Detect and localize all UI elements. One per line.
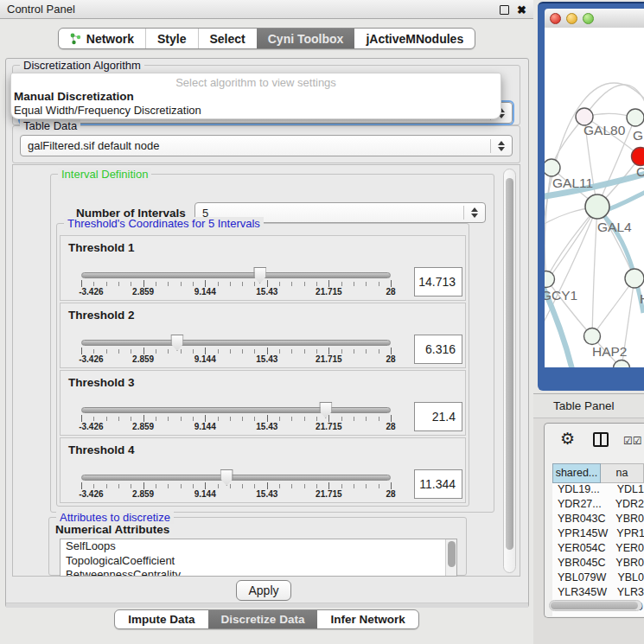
table-row[interactable]: YDR27...YDR2 (552, 498, 644, 513)
column-header-name[interactable]: na (601, 463, 644, 483)
popup-option-equal-width[interactable]: Equal Width/Frequency Discretization (11, 103, 501, 117)
table-row[interactable]: YDL19...YDL1 (552, 483, 644, 498)
node-top-right[interactable] (627, 109, 644, 126)
tab-jactivemnodules[interactable]: jActiveMNodules (354, 29, 475, 48)
node-label: G (633, 128, 643, 143)
cell-shared-name[interactable]: YBL079W (552, 571, 609, 586)
close-traffic-light-icon[interactable] (550, 13, 561, 24)
table-panel: ⚙ ☑☑ shared... na YDL19...YDL1YDR27...YD… (544, 423, 644, 618)
table-data-title: Table Data (20, 119, 80, 132)
hscrollbar-thumb[interactable] (551, 602, 638, 609)
tab-style[interactable]: Style (145, 29, 197, 48)
cell-name[interactable]: YER0 (607, 542, 644, 557)
columns-icon[interactable] (593, 432, 609, 447)
threshold-value-field[interactable]: 6.316 (414, 335, 462, 364)
scale-label: 15.43 (256, 489, 277, 499)
node-gal4[interactable] (585, 194, 609, 219)
table-header-row: shared... na (552, 463, 644, 483)
tab-network[interactable]: Network (59, 29, 145, 48)
table-row[interactable]: YLR345WYLR3 (552, 586, 644, 601)
slider-track[interactable] (81, 475, 391, 481)
gear-icon[interactable]: ⚙ (560, 429, 575, 449)
cell-shared-name[interactable]: YBR045C (552, 557, 607, 571)
scale-label: 9.144 (194, 489, 216, 499)
table-row[interactable]: YER054CYER0 (552, 542, 644, 557)
attribute-list-item[interactable]: SelfLoops (61, 539, 456, 554)
table-row[interactable]: YBL079WYBL0 (552, 571, 644, 586)
tab-discretize-data[interactable]: Discretize Data (208, 610, 318, 628)
cell-shared-name[interactable]: YLR345W (552, 586, 609, 601)
scale-label: 2.859 (132, 489, 154, 499)
tab-impute-data[interactable]: Impute Data (115, 610, 207, 628)
threshold-value-field[interactable]: 11.344 (414, 469, 462, 499)
thresholds-title: Threshold's Coordinates for 5 Intervals (64, 217, 264, 230)
network-graph: GAL80 G C GAL11 GAL4 GCY1 H HAP2 (545, 28, 644, 367)
settings-scroll-panel: Interval Definition Number of Intervals … (12, 164, 520, 577)
column-header-shared[interactable]: shared... (552, 463, 601, 483)
cell-name[interactable]: YPR1 (608, 527, 644, 542)
slider-track[interactable] (81, 407, 391, 413)
cell-name[interactable]: YBR0 (607, 513, 644, 527)
cell-name[interactable]: YLR3 (609, 586, 644, 601)
numerical-attributes-header: Numerical Attributes (55, 523, 169, 536)
attributes-title: Attributes to discretize (56, 511, 174, 524)
network-icon (70, 33, 81, 45)
threshold-label: Threshold 1 (68, 241, 135, 254)
cell-name[interactable]: YDL1 (609, 483, 644, 498)
checkboxes-icon[interactable]: ☑☑ (623, 435, 642, 447)
node-hap2[interactable] (584, 328, 601, 345)
node-h[interactable] (625, 269, 644, 288)
table-body[interactable]: YDL19...YDL1YDR27...YDR2YBR043CYBR0YPR14… (552, 483, 644, 616)
slider-track[interactable] (81, 340, 391, 346)
zoom-traffic-light-icon[interactable] (583, 13, 594, 24)
tab-cyni-toolbox[interactable]: Cyni Toolbox (257, 29, 355, 48)
tab-select[interactable]: Select (198, 29, 257, 48)
scale-label: -3.426 (79, 354, 103, 364)
cell-name[interactable]: YDR2 (607, 498, 644, 513)
slider-track[interactable] (81, 272, 391, 278)
float-window-icon[interactable] (500, 5, 509, 15)
cell-shared-name[interactable]: YER054C (552, 542, 607, 557)
list-scrollbar[interactable] (445, 539, 456, 576)
attribute-list-item[interactable]: TopologicalCoefficient (61, 554, 456, 569)
scale-label: 2.859 (132, 354, 154, 364)
attributes-group: Attributes to discretize Numerical Attri… (48, 517, 467, 576)
combo-spinner-icon[interactable] (490, 139, 505, 153)
table-row[interactable]: YPR145WYPR1 (552, 527, 644, 542)
attribute-list-item[interactable]: BetweennessCentrality (61, 568, 456, 577)
apply-button[interactable]: Apply (236, 580, 291, 601)
table-data-combo[interactable]: galFiltered.sif default node (20, 135, 513, 156)
cell-shared-name[interactable]: YBR043C (552, 513, 607, 527)
node-bottom[interactable] (614, 360, 630, 368)
tab-infer-network[interactable]: Infer Network (317, 610, 418, 628)
close-icon[interactable]: ✖ (517, 5, 526, 15)
cell-shared-name[interactable]: YPR145W (552, 527, 608, 542)
scrollbar-thumb[interactable] (506, 178, 513, 550)
cell-name[interactable]: YBR0 (607, 557, 644, 571)
scale-label: 21.715 (316, 354, 342, 364)
node-red-selected[interactable] (632, 148, 644, 166)
table-row[interactable]: YBR045CYBR0 (552, 557, 644, 571)
scale-label: 21.715 (316, 287, 342, 296)
threshold-label: Threshold 2 (68, 309, 135, 322)
table-row[interactable]: YBR043CYBR0 (552, 513, 644, 527)
threshold-label: Threshold 3 (68, 376, 135, 389)
cell-shared-name[interactable]: YDL19... (552, 483, 609, 498)
threshold-value-field[interactable]: 14.713 (414, 267, 462, 296)
numerical-attributes-list[interactable]: SelfLoopsTopologicalCoefficientBetweenne… (60, 539, 457, 577)
popup-option-manual[interactable]: Manual Discretization (11, 89, 501, 103)
combo-spinner-icon[interactable] (463, 206, 478, 220)
cell-name[interactable]: YBL0 (609, 571, 644, 586)
panel-scrollbar[interactable] (503, 169, 516, 573)
threshold-value-field[interactable]: 21.4 (414, 402, 462, 431)
node-label: HAP2 (592, 344, 628, 359)
threshold-4-panel: Threshold 4 -3.4262.8599.14415.4321.7152… (60, 437, 466, 503)
minimize-traffic-light-icon[interactable] (566, 13, 577, 24)
node-gal11[interactable] (545, 159, 560, 176)
node-label: GAL11 (552, 175, 593, 190)
cell-shared-name[interactable]: YDR27... (552, 498, 607, 513)
network-canvas[interactable]: GAL80 G C GAL11 GAL4 GCY1 H HAP2 (545, 28, 644, 367)
node-gcy1[interactable] (545, 271, 555, 288)
table-hscrollbar[interactable] (549, 600, 642, 611)
threshold-1-panel: Threshold 1 -3.4262.8599.14415.4321.7152… (60, 235, 466, 301)
